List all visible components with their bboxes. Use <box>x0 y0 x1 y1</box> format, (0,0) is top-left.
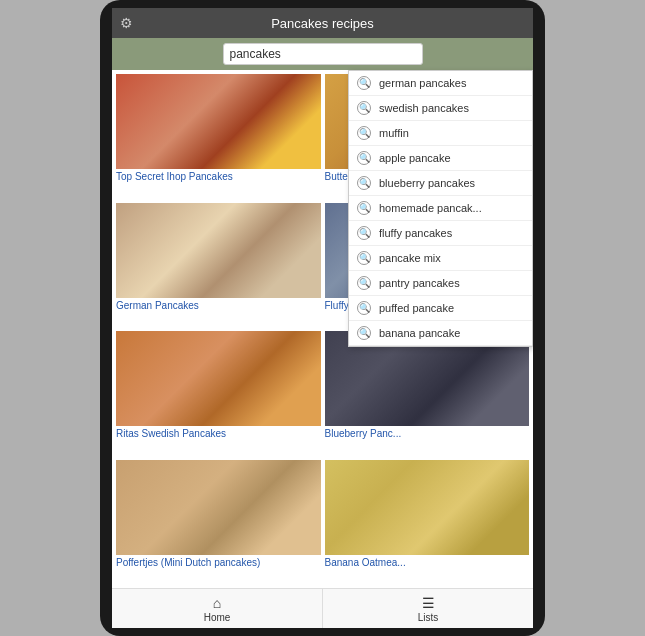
search-small-icon: 🔍 <box>357 201 371 215</box>
recipe-image-german <box>116 203 321 298</box>
autocomplete-text-homemade-pancake: homemade pancak... <box>379 202 482 214</box>
search-bar <box>112 38 533 70</box>
autocomplete-text-german-pancakes: german pancakes <box>379 77 466 89</box>
autocomplete-item-banana-pancake[interactable]: 🔍banana pancake <box>349 321 532 346</box>
autocomplete-item-german-pancakes[interactable]: 🔍german pancakes <box>349 71 532 96</box>
autocomplete-item-homemade-pancake[interactable]: 🔍homemade pancak... <box>349 196 532 221</box>
search-small-icon: 🔍 <box>357 151 371 165</box>
autocomplete-item-swedish-pancakes[interactable]: 🔍swedish pancakes <box>349 96 532 121</box>
nav-label-lists: Lists <box>418 612 439 623</box>
autocomplete-item-blueberry-pancakes[interactable]: 🔍blueberry pancakes <box>349 171 532 196</box>
header-bar: ⚙ Pancakes recipes <box>112 8 533 38</box>
search-input-wrapper <box>223 43 423 65</box>
recipe-image-swedish <box>116 331 321 426</box>
search-small-icon: 🔍 <box>357 226 371 240</box>
autocomplete-text-pancake-mix: pancake mix <box>379 252 441 264</box>
recipe-title-top-secret: Top Secret Ihop Pancakes <box>116 169 321 185</box>
nav-label-home: Home <box>204 612 231 623</box>
autocomplete-item-puffed-pancake[interactable]: 🔍puffed pancake <box>349 296 532 321</box>
search-small-icon: 🔍 <box>357 176 371 190</box>
autocomplete-text-fluffy-pancakes: fluffy pancakes <box>379 227 452 239</box>
autocomplete-text-banana-pancake: banana pancake <box>379 327 460 339</box>
autocomplete-text-blueberry-pancakes: blueberry pancakes <box>379 177 475 189</box>
recipe-image-banana-oatmeal <box>325 460 530 555</box>
recipe-title-blueberry-panc: Blueberry Panc... <box>325 426 530 442</box>
search-small-icon: 🔍 <box>357 276 371 290</box>
autocomplete-item-muffin[interactable]: 🔍muffin <box>349 121 532 146</box>
autocomplete-item-pantry-pancakes[interactable]: 🔍pantry pancakes <box>349 271 532 296</box>
settings-icon[interactable]: ⚙ <box>120 15 133 31</box>
search-small-icon: 🔍 <box>357 326 371 340</box>
recipe-item-german[interactable]: German Pancakes <box>116 203 321 328</box>
autocomplete-item-fluffy-pancakes[interactable]: 🔍fluffy pancakes <box>349 221 532 246</box>
autocomplete-item-apple-pancake[interactable]: 🔍apple pancake <box>349 146 532 171</box>
recipe-item-blueberry-panc[interactable]: Blueberry Panc... <box>325 331 530 456</box>
search-small-icon: 🔍 <box>357 251 371 265</box>
header-title: Pancakes recipes <box>271 16 374 31</box>
recipe-title-german: German Pancakes <box>116 298 321 314</box>
autocomplete-item-pancake-mix[interactable]: 🔍pancake mix <box>349 246 532 271</box>
nav-item-lists[interactable]: ☰Lists <box>323 589 533 628</box>
nav-icon-home: ⌂ <box>213 595 221 611</box>
recipe-title-swedish: Ritas Swedish Pancakes <box>116 426 321 442</box>
autocomplete-dropdown: 🔍german pancakes🔍swedish pancakes🔍muffin… <box>348 70 533 347</box>
nav-item-home[interactable]: ⌂Home <box>112 589 323 628</box>
search-small-icon: 🔍 <box>357 126 371 140</box>
recipe-image-poffertjes <box>116 460 321 555</box>
device-screen: ⚙ Pancakes recipes Top Secret Ihop Panca… <box>112 8 533 628</box>
search-small-icon: 🔍 <box>357 301 371 315</box>
autocomplete-text-apple-pancake: apple pancake <box>379 152 451 164</box>
recipe-title-banana-oatmeal: Banana Oatmea... <box>325 555 530 571</box>
autocomplete-text-pantry-pancakes: pantry pancakes <box>379 277 460 289</box>
recipe-item-poffertjes[interactable]: Poffertjes (Mini Dutch pancakes) <box>116 460 321 585</box>
main-content: Top Secret Ihop PancakesButtermilk Ange.… <box>112 70 533 588</box>
search-small-icon: 🔍 <box>357 76 371 90</box>
bottom-nav: ⌂Home☰Lists <box>112 588 533 628</box>
recipe-item-top-secret[interactable]: Top Secret Ihop Pancakes <box>116 74 321 199</box>
search-small-icon: 🔍 <box>357 101 371 115</box>
recipe-title-poffertjes: Poffertjes (Mini Dutch pancakes) <box>116 555 321 571</box>
search-input[interactable] <box>230 47 416 61</box>
recipe-item-swedish[interactable]: Ritas Swedish Pancakes <box>116 331 321 456</box>
device-frame: ⚙ Pancakes recipes Top Secret Ihop Panca… <box>100 0 545 636</box>
autocomplete-text-muffin: muffin <box>379 127 409 139</box>
nav-icon-lists: ☰ <box>422 595 435 611</box>
recipe-item-banana-oatmeal[interactable]: Banana Oatmea... <box>325 460 530 585</box>
recipe-image-top-secret <box>116 74 321 169</box>
autocomplete-text-swedish-pancakes: swedish pancakes <box>379 102 469 114</box>
autocomplete-text-puffed-pancake: puffed pancake <box>379 302 454 314</box>
